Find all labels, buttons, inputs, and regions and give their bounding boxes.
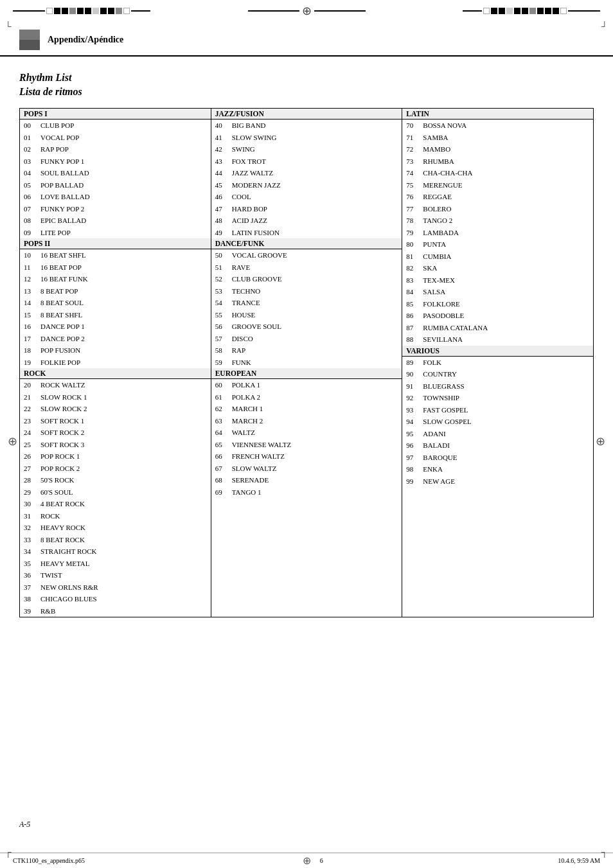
rhythm-name: CHICAGO BLUES: [40, 594, 97, 605]
rhythm-item: 43FOX TROT: [211, 155, 402, 168]
deco-sq: [553, 8, 559, 14]
rhythm-name: CLUB POP: [40, 120, 74, 131]
rhythm-number: 79: [406, 227, 423, 238]
rhythm-item: 72MAMBO: [402, 143, 593, 155]
page-title-section: Rhythm List Lista de ritmos: [0, 57, 613, 108]
rhythm-number: 00: [24, 120, 40, 131]
rhythm-name: FUNKY POP 1: [40, 156, 84, 167]
rhythm-item: 35HEAVY METAL: [20, 558, 211, 570]
deco-sq: [506, 8, 513, 14]
rhythm-number: 60: [215, 380, 232, 391]
rhythm-number: 14: [24, 297, 40, 308]
rhythm-name: 8 BEAT SHFL: [40, 310, 82, 321]
rhythm-item: 34STRAIGHT ROCK: [20, 545, 211, 558]
rhythm-number: 94: [406, 416, 423, 427]
rhythm-number: 92: [406, 393, 423, 403]
rhythm-name: SLOW SWING: [232, 132, 277, 143]
rhythm-number: 93: [406, 405, 423, 416]
rhythm-name: FAST GOSPEL: [423, 405, 468, 416]
deco-sq: [522, 8, 528, 14]
deco-sq: [77, 8, 84, 14]
rhythm-item: 25SOFT ROCK 3: [20, 439, 211, 451]
rhythm-item: 55HOUSE: [211, 309, 402, 321]
rhythm-number: 42: [215, 144, 232, 155]
rhythm-name: 16 BEAT SHFL: [40, 250, 86, 261]
rhythm-item: 27POP ROCK 2: [20, 463, 211, 475]
rhythm-number: 12: [24, 274, 40, 285]
deco-sq: [483, 8, 490, 14]
rhythm-name: VOCAL POP: [40, 132, 79, 143]
rhythm-name: SERENADE: [232, 475, 269, 486]
rhythm-number: 34: [24, 546, 40, 557]
deco-sq: [108, 8, 114, 14]
rhythm-item: 60POLKA 1: [211, 379, 402, 391]
rhythm-name: POP FUSION: [40, 345, 80, 356]
rhythm-name: BAROQUE: [423, 452, 457, 463]
rhythm-name: FUNKY POP 2: [40, 204, 84, 215]
rhythm-name: MAMBO: [423, 144, 450, 155]
rhythm-item: 82SKA: [402, 262, 593, 274]
rhythm-item: 02RAP POP: [20, 143, 211, 155]
deco-sq: [116, 8, 122, 14]
rhythm-item: 09LITE POP: [20, 227, 211, 239]
rhythm-number: 90: [406, 369, 423, 380]
rhythm-number: 02: [24, 144, 40, 155]
rhythm-name: POP BALLAD: [40, 180, 84, 191]
rhythm-number: 13: [24, 286, 40, 297]
deco-sq: [46, 8, 53, 14]
rhythm-item: 41SLOW SWING: [211, 132, 402, 144]
rhythm-name: ADANI: [423, 429, 445, 439]
rhythm-item: 53TECHNO: [211, 285, 402, 297]
margin-crosshair-left: ⊕: [8, 434, 17, 448]
rhythm-item: 32HEAVY ROCK: [20, 522, 211, 534]
rhythm-name: REGGAE: [423, 191, 452, 202]
rhythm-item: 83TEX-MEX: [402, 274, 593, 287]
rhythm-name: 8 BEAT SOUL: [40, 297, 84, 308]
rhythm-number: 80: [406, 239, 423, 250]
rhythm-name: JAZZ WALTZ: [232, 168, 273, 179]
rhythm-number: 47: [215, 204, 232, 215]
rhythm-number: 69: [215, 487, 232, 498]
rhythm-item: 48ACID JAZZ: [211, 215, 402, 227]
rhythm-number: 87: [406, 323, 423, 333]
rhythm-item: 04SOUL BALLAD: [20, 167, 211, 179]
rhythm-item: 148 BEAT SOUL: [20, 297, 211, 309]
rhythm-item: 92TOWNSHIP: [402, 392, 593, 404]
rhythm-item: 76REGGAE: [402, 191, 593, 203]
rhythm-name: MODERN JAZZ: [232, 180, 281, 191]
rhythm-name: NEW ORLNS R&R: [40, 582, 98, 593]
rhythm-number: 64: [215, 427, 232, 438]
rhythm-item: 338 BEAT ROCK: [20, 534, 211, 546]
rhythm-name: SEVILLANA: [423, 334, 463, 345]
rhythm-item: 05POP BALLAD: [20, 179, 211, 191]
rhythm-name: FRENCH WALTZ: [232, 451, 285, 462]
rhythm-number: 74: [406, 168, 423, 179]
rhythm-item: 1216 BEAT FUNK: [20, 273, 211, 285]
rhythm-number: 09: [24, 227, 40, 238]
rhythm-number: 86: [406, 310, 423, 321]
rhythm-item: 87RUMBA CATALANA: [402, 322, 593, 334]
rhythm-number: 62: [215, 403, 232, 414]
rhythm-list-content: POPS I00CLUB POP01VOCAL POP02RAP POP03FU…: [0, 108, 613, 617]
rhythm-name: CUMBIA: [423, 251, 451, 262]
margin-crosshair-right: ⊕: [596, 434, 605, 448]
rhythm-number: 45: [215, 180, 232, 191]
rhythm-item: 45MODERN JAZZ: [211, 179, 402, 191]
rhythm-item: 23SOFT ROCK 1: [20, 415, 211, 427]
rhythm-name: POP ROCK 2: [40, 463, 80, 474]
rhythm-name: SWING: [232, 144, 255, 155]
rhythm-number: 11: [24, 262, 40, 273]
rhythm-name: TEX-MEX: [423, 275, 455, 286]
rhythm-name: BOSSA NOVA: [423, 120, 466, 131]
rhythm-name: PASODOBLE: [423, 310, 464, 321]
rhythm-name: BLUEGRASS: [423, 381, 464, 392]
rhythm-name: GROOVE SOUL: [232, 321, 281, 332]
rhythm-number: 43: [215, 156, 232, 167]
rhythm-name: DISCO: [232, 333, 253, 344]
rhythm-number: 39: [24, 606, 40, 617]
rhythm-item: 61POLKA 2: [211, 391, 402, 403]
deco-line-r0: [463, 10, 482, 12]
deco-sq: [69, 8, 76, 14]
deco-left: [13, 8, 150, 14]
rhythm-number: 24: [24, 427, 40, 438]
